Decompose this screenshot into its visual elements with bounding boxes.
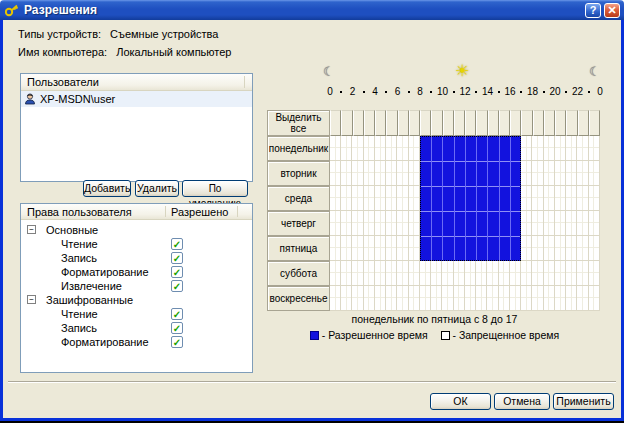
right-label: Чтение [61, 237, 98, 251]
group-label: Зашифрованные [46, 293, 133, 307]
ok-button[interactable]: ОК [430, 393, 491, 410]
right-label: Запись [61, 251, 97, 265]
rights-column-label: Права пользователя [27, 204, 132, 220]
group-label: Основные [46, 223, 98, 237]
hour-tick-label: 12 [456, 86, 474, 97]
hour-column-button[interactable] [409, 110, 420, 136]
rights-item-row: Чтение✓ [21, 307, 252, 321]
hour-tick-label: 2 [344, 86, 362, 97]
hour-column-button[interactable] [488, 110, 499, 136]
close-icon[interactable]: ✕ [604, 3, 620, 18]
hour-column-button[interactable] [353, 110, 364, 136]
hour-tick-label: 10 [434, 86, 452, 97]
right-label: Запись [61, 321, 97, 335]
computer-name-value: Локальный компьютер [116, 46, 231, 58]
allowed-checkbox[interactable]: ✓ [171, 266, 183, 278]
right-label: Форматирование [61, 335, 149, 349]
day-row-button[interactable]: четверг [267, 211, 330, 236]
day-hours-strip[interactable] [330, 261, 600, 286]
hour-column-button[interactable] [443, 110, 454, 136]
allowed-checkbox[interactable]: ✓ [171, 336, 183, 348]
rights-header[interactable]: Права пользователя Разрешено [21, 204, 252, 220]
hour-tick-label: 16 [501, 86, 519, 97]
rights-item-row: Чтение✓ [21, 237, 252, 251]
allowed-checkbox[interactable]: ✓ [171, 280, 183, 292]
hour-column-button[interactable] [578, 110, 589, 136]
hour-tick-dot [565, 91, 567, 93]
allowed-checkbox[interactable]: ✓ [171, 322, 183, 334]
day-row-button[interactable]: суббота [267, 261, 330, 286]
help-button[interactable]: ? [585, 3, 601, 18]
hour-tick-dot [498, 91, 500, 93]
users-list-header[interactable]: Пользователи [21, 74, 252, 91]
hour-tick-label: 8 [411, 86, 429, 97]
day-row-button[interactable]: понедельник [267, 136, 330, 161]
title-bar[interactable]: Разрешения ? ✕ [0, 0, 624, 20]
hour-column-button[interactable] [465, 110, 476, 136]
rights-item-row: Запись✓ [21, 321, 252, 335]
hour-column-button[interactable] [364, 110, 375, 136]
hour-column-button[interactable] [398, 110, 409, 136]
hour-column-button[interactable] [589, 110, 600, 136]
day-row-button[interactable]: вторник [267, 161, 330, 186]
day-hours-strip[interactable] [330, 286, 600, 311]
hour-column-button[interactable] [521, 110, 532, 136]
collapse-icon[interactable]: − [27, 225, 36, 234]
hour-tick-label: 20 [546, 86, 564, 97]
allowed-checkbox[interactable]: ✓ [171, 308, 183, 320]
allowed-time-selection[interactable] [420, 136, 521, 261]
hour-column-button[interactable] [330, 110, 341, 136]
hour-column-button[interactable] [566, 110, 577, 136]
users-header-label: Пользователи [27, 76, 99, 88]
right-label: Извлечение [61, 279, 122, 293]
denied-time-swatch [441, 331, 450, 340]
permissions-dialog: Разрешения ? ✕ Типы устройств: Съемные у… [0, 0, 624, 423]
rights-group-row: −Зашифрованные [21, 293, 252, 307]
apply-button[interactable]: Применить [553, 393, 614, 410]
hour-column-button[interactable] [533, 110, 544, 136]
hour-column-button[interactable] [454, 110, 465, 136]
add-user-button[interactable]: Добавить [83, 180, 131, 197]
allowed-checkbox[interactable]: ✓ [171, 238, 183, 250]
hour-column-button[interactable] [510, 110, 521, 136]
select-all-button[interactable]: Выделить все [267, 110, 330, 136]
header-divider [237, 206, 238, 217]
rights-item-row: Форматирование✓ [21, 265, 252, 279]
key-icon [5, 3, 19, 17]
hour-column-button[interactable] [375, 110, 386, 136]
hour-column-button[interactable] [341, 110, 352, 136]
hour-tick-label: 22 [569, 86, 587, 97]
cancel-button[interactable]: Отмена [494, 393, 550, 410]
right-label: Чтение [61, 307, 98, 321]
rights-group-row: −Основные [21, 223, 252, 237]
footer-separator [8, 381, 616, 383]
day-row-button[interactable]: пятница [267, 236, 330, 261]
hour-column-button[interactable] [420, 110, 431, 136]
day-row-button[interactable]: воскресенье [267, 286, 330, 311]
remove-user-button[interactable]: Удалить [135, 180, 179, 197]
hour-column-button[interactable] [544, 110, 555, 136]
hour-tick-dot [475, 91, 477, 93]
hour-column-button[interactable] [386, 110, 397, 136]
allowed-checkbox[interactable]: ✓ [171, 252, 183, 264]
rights-panel: Права пользователя Разрешено −ОсновныеЧт… [20, 203, 253, 373]
hour-tick-dot [588, 91, 590, 93]
rights-item-row: Извлечение✓ [21, 279, 252, 293]
moon-right-icon: ☾ [589, 64, 601, 79]
header-divider [165, 206, 166, 217]
hour-column-button[interactable] [499, 110, 510, 136]
hour-tick-label: 18 [524, 86, 542, 97]
default-button[interactable]: По умолчанию [182, 180, 248, 197]
day-row-button[interactable]: среда [267, 186, 330, 211]
hour-column-button[interactable] [555, 110, 566, 136]
hour-column-button[interactable] [476, 110, 487, 136]
user-list-item[interactable]: XP-MSDN\user [21, 91, 252, 107]
rights-item-row: Форматирование✓ [21, 335, 252, 349]
computer-name-row: Имя компьютера: Локальный компьютер [18, 46, 232, 58]
moon-left-icon: ☾ [323, 64, 335, 79]
collapse-icon[interactable]: − [27, 295, 36, 304]
hour-column-button[interactable] [431, 110, 442, 136]
selection-caption: понедельник по пятница с 8 до 17 [266, 313, 603, 325]
denied-time-label: - Запрещенное время [452, 329, 559, 341]
header-divider [244, 76, 245, 88]
